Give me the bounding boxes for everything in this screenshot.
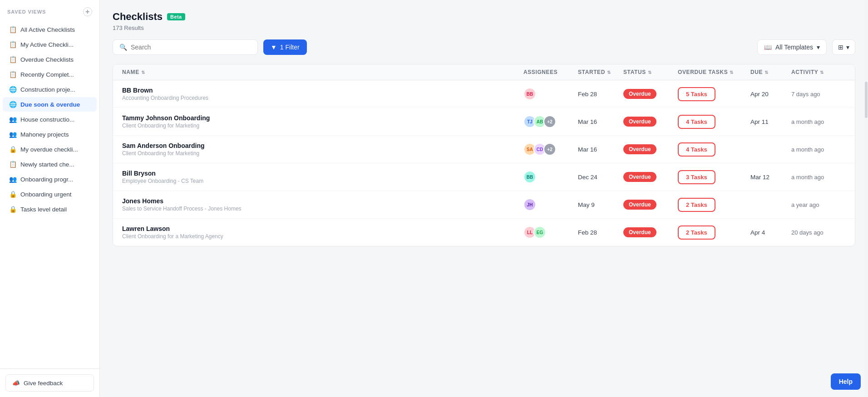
tasks-badge[interactable]: 5 Tasks [678,87,715,101]
view-toggle-button[interactable]: ⊞ ▾ [832,39,855,55]
sidebar-header: SAVED VIEWS + [0,0,99,20]
sidebar-item-construction[interactable]: 🌐 Construction proje... [3,82,97,97]
sidebar-item-house[interactable]: 👥 House constructio... [3,112,97,127]
feedback-label: Give feedback [24,380,63,387]
avatar: +2 [543,115,556,128]
sidebar-icon-overdue: 📋 [9,56,17,63]
table-row[interactable]: BB Brown Accounting Onboarding Procedure… [113,80,855,108]
overdue-tasks-cell[interactable]: 4 Tasks [678,115,750,129]
started-cell: Feb 28 [578,229,623,236]
status-cell: Overdue [623,200,678,210]
tasks-badge[interactable]: 4 Tasks [678,142,715,157]
sidebar-footer: 📣 Give feedback [0,368,99,397]
sort-icon-due: ⇅ [764,70,769,75]
sidebar-item-onboarding-urgent[interactable]: 🔒 Onboarding urgent [3,187,97,201]
toolbar: 🔍 ▼ 1 Filter 📖 All Templates ▾ ⊞ ▾ [113,39,855,55]
avatar: EG [533,226,546,239]
table-row[interactable]: Bill Bryson Employee Onboarding - CS Tea… [113,163,855,191]
status-badge: Overdue [623,89,656,99]
table-row[interactable]: Lawren Lawson Client Onboarding for a Ma… [113,219,855,246]
sidebar-item-all-active[interactable]: 📋 All Active Checklists [3,22,97,37]
th-name[interactable]: NAME⇅ [122,69,523,75]
overdue-tasks-cell[interactable]: 4 Tasks [678,142,750,157]
status-cell: Overdue [623,172,678,182]
scrollbar-thumb[interactable] [865,82,868,118]
row-subtitle: Client Onboarding for a Marketing Agency [122,233,523,240]
sidebar-icon-my-overdue: 🔒 [9,146,17,153]
sidebar-icon-my-active: 📋 [9,41,17,48]
assignees-cell: BB [523,171,578,183]
filter-button[interactable]: ▼ 1 Filter [263,39,307,55]
avatar: JH [523,198,536,211]
sidebar-item-overdue[interactable]: 📋 Overdue Checklists [3,52,97,67]
overdue-tasks-cell[interactable]: 3 Tasks [678,170,750,184]
table-header: NAME⇅ASSIGNEESSTARTED⇅STATUS⇅OVERDUE TAS… [113,64,855,80]
sidebar-item-my-overdue[interactable]: 🔒 My overdue checkli... [3,142,97,157]
sidebar-item-recently[interactable]: 📋 Recently Complet... [3,67,97,82]
tasks-badge[interactable]: 2 Tasks [678,198,715,212]
due-cell: Apr 20 [750,91,791,98]
table-row[interactable]: Sam Anderson Onboarding Client Onboardin… [113,136,855,163]
th-started[interactable]: STARTED⇅ [578,69,623,75]
sidebar-header-label: SAVED VIEWS [7,9,46,15]
beta-badge: Beta [167,13,185,20]
status-cell: Overdue [623,117,678,127]
th-status[interactable]: STATUS⇅ [623,69,678,75]
sidebar-label-tasks-level: Tasks level detail [20,206,67,213]
sidebar-item-tasks-level[interactable]: 🔒 Tasks level detail [3,202,97,216]
sidebar-icon-onboarding-prog: 👥 [9,176,17,183]
feedback-button[interactable]: 📣 Give feedback [5,374,94,392]
overdue-tasks-cell[interactable]: 5 Tasks [678,87,750,101]
sidebar-label-onboarding-prog: Onboarding progr... [20,176,73,183]
row-name-cell: Lawren Lawson Client Onboarding for a Ma… [122,225,523,240]
grid-icon: ⊞ [838,44,843,51]
overdue-tasks-cell[interactable]: 2 Tasks [678,198,750,212]
row-subtitle: Sales to Service Handoff Process - Jones… [122,206,523,212]
row-name-cell: Tammy Johnson Onboarding Client Onboardi… [122,114,523,129]
row-name: Lawren Lawson [122,225,523,232]
assignees-cell: JH [523,198,578,211]
started-cell: May 9 [578,201,623,208]
sidebar-label-my-active: My Active Checkli... [20,41,74,48]
sidebar-icon-recently: 📋 [9,71,17,78]
table-row[interactable]: Tammy Johnson Onboarding Client Onboardi… [113,108,855,136]
sidebar-label-overdue: Overdue Checklists [20,56,74,63]
sidebar-item-due-soon[interactable]: 🌐 Due soon & overdue [3,97,97,112]
sidebar-item-mahoney[interactable]: 👥 Mahoney projects [3,127,97,142]
book-icon: 📖 [764,44,772,51]
table-row[interactable]: Jones Homes Sales to Service Handoff Pro… [113,191,855,219]
row-subtitle: Client Onboarding for Marketing [122,150,523,157]
assignees-cell: TJAB+2 [523,115,578,128]
chevron-view-icon: ▾ [846,44,849,51]
due-cell: Apr 4 [750,229,791,236]
row-subtitle: Employee Onboarding - CS Team [122,178,523,184]
tasks-badge[interactable]: 4 Tasks [678,115,715,129]
sidebar-item-newly[interactable]: 📋 Newly started che... [3,157,97,172]
tasks-badge[interactable]: 2 Tasks [678,225,715,240]
status-badge: Overdue [623,144,656,154]
sidebar-label-house: House constructio... [20,116,74,123]
th-overdue_tasks[interactable]: OVERDUE TASKS⇅ [678,69,750,75]
chevron-down-icon: ▾ [817,44,820,51]
tasks-badge[interactable]: 3 Tasks [678,170,715,184]
avatar: +2 [543,143,556,156]
help-button[interactable]: Help [831,373,861,390]
overdue-tasks-cell[interactable]: 2 Tasks [678,225,750,240]
sidebar-label-recently: Recently Complet... [20,71,74,78]
row-name: Bill Bryson [122,170,523,177]
search-input[interactable] [131,44,251,51]
filter-label: 1 Filter [280,44,300,51]
sidebar-icon-tasks-level: 🔒 [9,206,17,213]
sidebar-item-onboarding-prog[interactable]: 👥 Onboarding progr... [3,172,97,186]
page-header: Checklists Beta [113,11,855,23]
started-cell: Mar 16 [578,146,623,153]
started-cell: Feb 28 [578,91,623,98]
th-activity[interactable]: ACTIVITY⇅ [791,69,846,75]
sidebar-item-my-active[interactable]: 📋 My Active Checkli... [3,37,97,52]
row-name-cell: BB Brown Accounting Onboarding Procedure… [122,87,523,101]
templates-button[interactable]: 📖 All Templates ▾ [757,39,827,55]
sidebar-nav: 📋 All Active Checklists 📋 My Active Chec… [0,20,99,368]
activity-cell: a month ago [791,174,846,181]
add-view-button[interactable]: + [83,7,92,16]
th-due[interactable]: DUE⇅ [750,69,791,75]
